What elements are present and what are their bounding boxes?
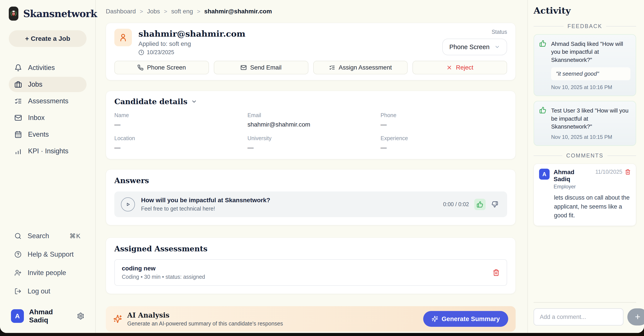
candidate-header-card: shahmir@shahmir.com Applied to: soft eng… [106, 23, 516, 80]
assessment-info: coding new Coding • 30 min • status: ass… [122, 265, 205, 280]
answer-time: 0:00 / 0:02 [443, 201, 469, 208]
breadcrumb: Dashboard > Jobs > soft eng > shahmir@sh… [106, 8, 516, 15]
person-icon [118, 33, 128, 42]
status-dropdown[interactable]: Phone Screen [442, 39, 507, 55]
comment-input[interactable] [534, 308, 624, 325]
breadcrumb-dashboard[interactable]: Dashboard [106, 8, 136, 15]
activity-panel: Activity FEEDBACK Ahmad Sadiq liked "How… [528, 0, 644, 333]
answers-card: Answers How will you be impactful at Ska… [106, 169, 516, 225]
create-job-button[interactable]: + Create a Job [9, 30, 86, 47]
sidebar-item-activities[interactable]: Activities [9, 60, 86, 75]
candidate-details-toggle[interactable]: Candidate details [114, 97, 507, 106]
avatar: A [11, 309, 24, 323]
phone-icon [137, 65, 144, 71]
ai-analysis-band: AI Analysis Generate an AI-powered summa… [106, 306, 516, 331]
field-email: Email shahmir@shahmir.com [248, 112, 374, 128]
sidebar-item-label: Jobs [28, 80, 42, 88]
candidate-avatar [114, 29, 132, 46]
comment-item: A Ahmad Sadiq Employer 11/10/2025 lets d… [534, 163, 636, 226]
sidebar-item-label: Invite people [28, 269, 66, 277]
feedback-quote: "it seemed good" [551, 67, 630, 80]
delete-assessment-button[interactable] [493, 269, 500, 276]
play-button[interactable] [121, 197, 135, 211]
thumbs-up-button[interactable] [474, 199, 486, 210]
list-checks-icon [14, 97, 22, 105]
sidebar-item-label: Help & Support [28, 250, 74, 258]
help-circle-icon [14, 251, 22, 258]
breadcrumb-separator: > [164, 8, 167, 15]
breadcrumb-separator: > [140, 8, 143, 15]
candidate-details-card: Candidate details Name — Email shahmir@s… [106, 91, 516, 159]
comment-author-role: Employer [554, 184, 592, 190]
assessment-name: coding new [122, 265, 205, 272]
user-name: Ahmad Sadiq [29, 308, 72, 324]
sidebar-item-label: Inbox [28, 114, 45, 122]
brand: Skansnetwork [9, 7, 86, 21]
ai-analysis-text: AI Analysis Generate an AI-powered summa… [127, 311, 283, 327]
candidate-heading: shahmir@shahmir.com Applied to: soft eng… [138, 29, 245, 56]
feedback-text: Test User 3 liked "How will you be impac… [551, 107, 630, 130]
feedback-time: Nov 10, 2025 at 10:16 PM [551, 84, 630, 90]
sidebar-item-log-out[interactable]: Log out [9, 283, 86, 299]
thumbs-down-button[interactable] [489, 199, 500, 210]
comments-header: COMMENTS [566, 152, 604, 159]
send-email-button[interactable]: Send Email [214, 61, 308, 74]
phone-screen-button[interactable]: Phone Screen [114, 61, 209, 74]
sidebar-item-jobs[interactable]: Jobs [9, 77, 86, 92]
assign-assessment-button[interactable]: Assign Assessment [313, 61, 408, 74]
comment-meta: 11/10/2025 [595, 169, 631, 175]
thumbs-up-icon [539, 107, 547, 140]
field-location: Location — [114, 135, 241, 151]
trash-icon [625, 169, 631, 175]
answer-row: How will you be impactful at Skansnetwor… [114, 192, 507, 217]
sidebar-item-help-support[interactable]: Help & Support [9, 247, 86, 262]
sidebar-item-search[interactable]: Search ⌘K [9, 228, 86, 244]
assessment-meta: Coding • 30 min • status: assigned [122, 274, 205, 280]
applied-date-row: 10/23/2025 [138, 49, 245, 56]
sidebar-item-label: Assessments [28, 97, 68, 105]
section-title: Assigned Assessments [114, 244, 507, 253]
sidebar-spacer [9, 159, 86, 228]
feedback-text: Ahmad Sadiq liked "How will you be impac… [551, 40, 630, 64]
activity-title: Activity [534, 5, 636, 16]
assessment-item: coding new Coding • 30 min • status: ass… [114, 259, 507, 286]
settings-button[interactable] [77, 312, 84, 320]
generate-summary-button[interactable]: Generate Summary [423, 311, 508, 327]
delete-comment-button[interactable] [625, 169, 631, 175]
bar-chart-icon [14, 147, 22, 155]
calendar-icon [14, 131, 22, 138]
list-checks-icon [329, 65, 335, 71]
briefcase-icon [14, 81, 22, 88]
action-label: Phone Screen [147, 64, 186, 71]
submit-comment-button[interactable]: + [627, 308, 644, 325]
sidebar-item-kpi-insights[interactable]: KPI · Insights [9, 143, 86, 159]
status-column: Status Phone Screen [442, 29, 507, 55]
answer-controls: 0:00 / 0:02 [443, 199, 500, 210]
ai-analysis-subtitle: Generate an AI-powered summary of this c… [127, 320, 283, 327]
section-title: Candidate details [114, 97, 188, 106]
field-experience: Experience — [380, 135, 507, 151]
sidebar-item-inbox[interactable]: Inbox [9, 110, 86, 125]
sidebar-item-assessments[interactable]: Assessments [9, 93, 86, 109]
reject-button[interactable]: Reject [412, 61, 507, 74]
panel-spacer [534, 226, 636, 302]
action-label: Reject [456, 64, 473, 71]
thumbs-up-icon [539, 40, 547, 90]
sidebar-item-events[interactable]: Events [9, 127, 86, 142]
app-window: Skansnetwork + Create a Job Activities J… [0, 0, 644, 333]
breadcrumb-jobs[interactable]: Jobs [147, 8, 160, 15]
brand-logo-icon [9, 7, 18, 21]
feedback-content: Ahmad Sadiq liked "How will you be impac… [551, 40, 630, 90]
sidebar-item-invite-people[interactable]: Invite people [9, 265, 86, 281]
comment-body: lets discuss on call about the applicant… [539, 193, 631, 220]
current-user[interactable]: A Ahmad Sadiq [9, 306, 86, 324]
sidebar: Skansnetwork + Create a Job Activities J… [0, 0, 96, 333]
breadcrumb-job[interactable]: soft eng [171, 8, 193, 15]
applied-to: Applied to: soft eng [138, 40, 245, 47]
feedback-header: FEEDBACK [568, 23, 602, 29]
feedback-divider: FEEDBACK [534, 23, 636, 29]
avatar: A [539, 169, 550, 180]
user-plus-icon [14, 269, 22, 276]
sidebar-item-label: Search [28, 232, 49, 240]
mail-icon [240, 65, 247, 71]
